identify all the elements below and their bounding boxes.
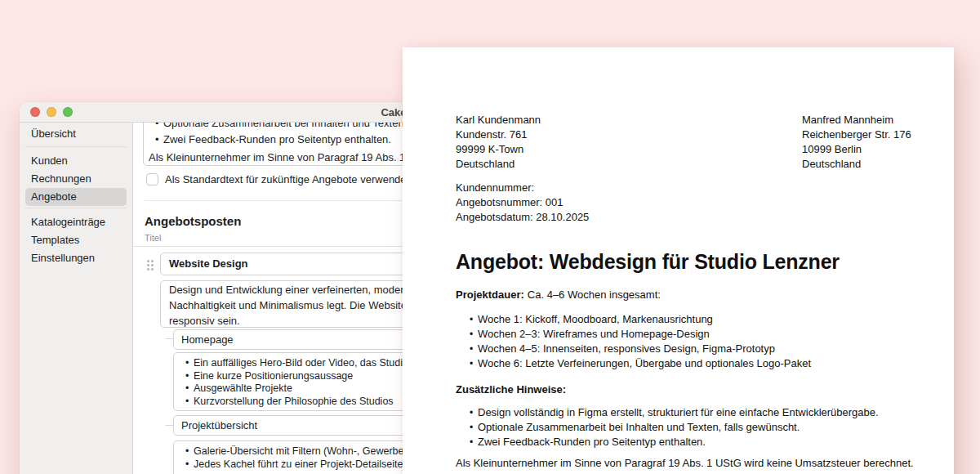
duration-bullet: Wochen 4–5: Innenseiten, responsives Des… bbox=[470, 342, 913, 356]
notes-bullet: Zwei Feedback-Runden pro Seitentyp entha… bbox=[470, 435, 913, 449]
sidebar-divider bbox=[25, 146, 127, 147]
drag-handle-icon[interactable] bbox=[147, 260, 149, 262]
additional-notes-heading: Zusätzliche Hinweise: bbox=[456, 382, 913, 397]
tree-connector bbox=[166, 338, 173, 339]
sender-line: Reichenberger Str. 176 bbox=[802, 127, 911, 142]
project-duration-label: Projektdauer: bbox=[456, 288, 524, 301]
notes-bullet: Optionale Zusammenarbeit bei Inhalten un… bbox=[470, 420, 913, 435]
address-block: Karl Kundenmann Kundenstr. 761 99999 K-T… bbox=[456, 113, 913, 172]
project-duration-text: Ca. 4–6 Wochen insgesamt: bbox=[528, 288, 661, 301]
sender-line: Manfred Mannheim bbox=[802, 113, 911, 127]
duration-bullet: Wochen 2–3: Wireframes und Homepage-Desi… bbox=[470, 327, 913, 342]
recipient-line: Karl Kundenmann bbox=[456, 113, 802, 127]
sidebar-item-rechnungen[interactable]: Rechnungen bbox=[25, 170, 127, 188]
sidebar: Übersicht Kunden Rechnungen Angebote Kat… bbox=[20, 123, 133, 474]
sidebar-divider bbox=[25, 208, 127, 208]
sidebar-item-katalogeintraege[interactable]: Katalogeinträge bbox=[25, 213, 127, 231]
sidebar-item-einstellungen[interactable]: Einstellungen bbox=[25, 249, 127, 267]
section-heading-angebotsposten: Angebotsposten bbox=[145, 214, 241, 229]
traffic-lights bbox=[30, 107, 73, 117]
recipient-line: Deutschland bbox=[456, 157, 802, 172]
sidebar-item-kunden[interactable]: Kunden bbox=[25, 152, 127, 170]
notes-bullet-list: Design vollständig in Figma erstellt, st… bbox=[456, 405, 913, 449]
tree-connector bbox=[166, 425, 173, 426]
document-meta: Kundennummer: Angebotsnummer: 001 Angebo… bbox=[456, 181, 913, 225]
customer-number: Kundennummer: bbox=[456, 181, 913, 195]
recipient-line: 99999 K-Town bbox=[456, 142, 802, 157]
duration-bullet: Woche 6: Letzte Verfeinerungen, Übergabe… bbox=[470, 356, 913, 371]
recipient-line: Kundenstr. 761 bbox=[456, 127, 802, 142]
tax-note-paragraph: Als Kleinunternehmer im Sinne von Paragr… bbox=[456, 456, 913, 471]
sender-line: Deutschland bbox=[802, 157, 911, 172]
sender-address: Manfred Mannheim Reichenberger Str. 176 … bbox=[802, 113, 911, 172]
document-title: Angebot: Webdesign für Studio Lenzner bbox=[456, 248, 913, 275]
sidebar-item-uebersicht[interactable]: Übersicht bbox=[25, 125, 127, 143]
recipient-address: Karl Kundenmann Kundenstr. 761 99999 K-T… bbox=[456, 113, 802, 172]
duration-bullet: Woche 1: Kickoff, Moodboard, Markenausri… bbox=[470, 312, 913, 327]
sender-line: 10999 Berlin bbox=[802, 142, 911, 157]
offer-number: Angebotsnummer: 001 bbox=[456, 195, 913, 210]
default-text-checkbox-row: Als Standardtext für zukünftige Angebote… bbox=[146, 173, 412, 186]
notes-bullet: Design vollständig in Figma erstellt, st… bbox=[470, 405, 913, 420]
offer-document-preview: Karl Kundenmann Kundenstr. 761 99999 K-T… bbox=[403, 47, 954, 474]
minimize-button[interactable] bbox=[47, 107, 56, 117]
default-text-checkbox[interactable] bbox=[146, 173, 158, 186]
sidebar-item-angebote[interactable]: Angebote bbox=[25, 188, 127, 206]
project-duration-paragraph: Projektdauer:Ca. 4–6 Wochen insgesamt: bbox=[456, 288, 913, 302]
desktop: { "colors": { "background_pink": "#fde8e… bbox=[0, 0, 980, 474]
sidebar-item-templates[interactable]: Templates bbox=[25, 231, 127, 249]
default-text-checkbox-label: Als Standardtext für zukünftige Angebote… bbox=[165, 173, 412, 186]
duration-bullet-list: Woche 1: Kickoff, Moodboard, Markenausri… bbox=[456, 312, 913, 371]
close-button[interactable] bbox=[30, 107, 40, 117]
column-label-titel: Titel bbox=[145, 233, 161, 244]
zoom-button[interactable] bbox=[63, 107, 73, 117]
offer-date: Angebotsdatum: 28.10.2025 bbox=[456, 210, 913, 225]
